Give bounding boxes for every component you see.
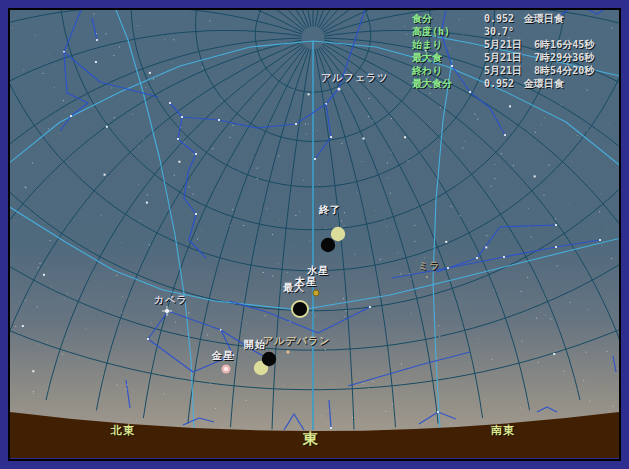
planet-label-venus: 金星	[212, 351, 234, 361]
info-value: 0.952 金環日食	[484, 13, 564, 26]
star-label-mira: ミラ	[418, 261, 440, 271]
info-label: 最大食分	[412, 78, 484, 91]
info-value: 0.952 金環日食	[484, 78, 564, 91]
info-value: 5月21日 7時29分36秒	[484, 52, 594, 65]
moon-disc-start	[262, 352, 276, 366]
direction-label-east: 東	[303, 434, 319, 445]
info-value: 30.7°	[484, 26, 514, 39]
info-row: 高度(h)30.7°	[412, 26, 594, 39]
info-row: 最大食分0.952 金環日食	[412, 78, 594, 91]
info-label: 始まり	[412, 39, 484, 52]
mercury-dot	[313, 290, 319, 296]
eclipse-event-label-start: 開始	[244, 340, 266, 350]
info-row: 食分0.952 金環日食	[412, 13, 594, 26]
planet-label-mercury: 水星	[307, 266, 329, 276]
star-label-aldebaran: アルデバラン	[263, 336, 330, 346]
info-value: 5月21日 8時54分20秒	[484, 65, 594, 78]
mira-star	[426, 276, 428, 278]
sun-disc-end	[331, 227, 345, 241]
alpheratz-star	[337, 87, 340, 90]
star-label-alpheratz: アルフェラツ	[321, 73, 388, 83]
info-row: 最大食5月21日 7時29分36秒	[412, 52, 594, 65]
eclipse-event-label-max: 最大	[283, 283, 305, 293]
info-label: 食分	[412, 13, 484, 26]
aldebaran-star	[286, 350, 290, 354]
info-row: 始まり5月21日 6時16分45秒	[412, 39, 594, 52]
info-label: 最大食	[412, 52, 484, 65]
eclipse-info-panel: 食分0.952 金環日食 高度(h)30.7° 始まり5月21日 6時16分45…	[412, 13, 594, 91]
eclipse-event-label-end: 終了	[319, 205, 341, 215]
star-label-capella: カペラ	[154, 295, 188, 305]
info-label: 終わり	[412, 65, 484, 78]
info-row: 終わり5月21日 8時54分20秒	[412, 65, 594, 78]
direction-label-northeast: 北東	[111, 425, 135, 436]
direction-label-southeast: 南東	[491, 425, 515, 436]
planetarium-window: 食分0.952 金環日食 高度(h)30.7° 始まり5月21日 6時16分45…	[0, 0, 629, 469]
info-label: 高度(h)	[412, 26, 484, 39]
moon-disc-end	[321, 238, 335, 252]
info-value: 5月21日 6時16分45秒	[484, 39, 594, 52]
